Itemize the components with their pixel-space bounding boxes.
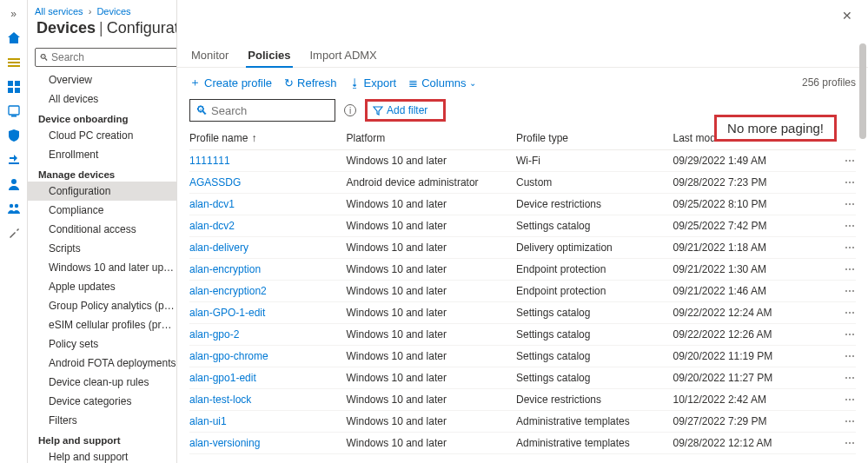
profile-link[interactable]: alan-encryption2	[189, 285, 346, 297]
row-more-icon[interactable]: ⋯	[830, 372, 856, 384]
profile-link[interactable]: alan-test-lock	[189, 394, 346, 406]
col-profile-name[interactable]: Profile name ↑	[189, 132, 346, 144]
main-content: ✕ MonitorPoliciesImport ADMX ＋ Create pr…	[177, 0, 868, 463]
row-more-icon[interactable]: ⋯	[830, 241, 856, 254]
sidebar-item[interactable]: Compliance	[28, 201, 176, 220]
table-row[interactable]: alan-versioningWindows 10 and laterAdmin…	[189, 433, 856, 454]
profile-link[interactable]: alan-dcv2	[189, 220, 346, 232]
table-row[interactable]: alan-test-lockWindows 10 and laterDevice…	[189, 389, 856, 411]
row-more-icon[interactable]: ⋯	[830, 394, 856, 406]
row-more-icon[interactable]: ⋯	[830, 437, 856, 449]
export-button[interactable]: ⭳ Export	[349, 76, 397, 89]
sidebar-item[interactable]: All devices	[28, 89, 176, 109]
sidebar-item[interactable]: Apple updates	[28, 277, 176, 296]
security-icon[interactable]	[5, 127, 23, 144]
table-row[interactable]: alan-deliveryWindows 10 and laterDeliver…	[189, 237, 856, 259]
sidebar-item[interactable]: Help and support	[28, 447, 176, 463]
dashboard-icon[interactable]	[5, 54, 23, 71]
profile-link[interactable]: 1111111	[189, 155, 346, 167]
sidebar-item[interactable]: Device categories	[28, 392, 176, 411]
crumb-current[interactable]: Devices	[96, 6, 130, 17]
profile-link[interactable]: alan-gpo-chrome	[189, 350, 346, 362]
profiles-search[interactable]: 🔍︎	[189, 99, 335, 122]
scrollbar[interactable]	[859, 43, 866, 454]
table-row[interactable]: alan-ui1Windows 10 and laterAdministrati…	[189, 411, 856, 433]
add-filter-button[interactable]: Add filter	[373, 104, 427, 116]
sidebar-item[interactable]: Windows 10 and later updates	[28, 258, 176, 277]
table-row[interactable]: alan-dcv2Windows 10 and laterSettings ca…	[189, 215, 856, 237]
col-profile-type[interactable]: Profile type	[516, 132, 673, 144]
row-more-icon[interactable]: ⋯	[830, 220, 856, 232]
cell-modified: 09/20/2022 11:27 PM	[673, 372, 830, 384]
home-icon[interactable]	[5, 30, 23, 47]
groups-icon[interactable]	[5, 200, 23, 217]
row-more-icon[interactable]: ⋯	[830, 198, 856, 210]
row-more-icon[interactable]: ⋯	[830, 263, 856, 275]
profile-link[interactable]: AGASSDG	[189, 176, 346, 189]
devices-icon[interactable]	[5, 103, 23, 120]
columns-button[interactable]: ≣ Columns ⌄	[408, 76, 476, 89]
svg-rect-9	[9, 162, 19, 164]
table-row[interactable]: alan-gpo1-editWindows 10 and laterSettin…	[189, 367, 856, 389]
profile-link[interactable]: alan-ui1	[189, 415, 346, 427]
profile-link[interactable]: alan-gpo1-edit	[189, 372, 346, 384]
row-more-icon[interactable]: ⋯	[830, 328, 856, 341]
cell-modified: 09/21/2022 1:46 AM	[673, 285, 830, 297]
sidebar-item[interactable]: Cloud PC creation	[28, 126, 176, 145]
info-icon[interactable]: i	[344, 104, 356, 116]
user-icon[interactable]	[5, 175, 23, 193]
close-icon[interactable]: ✕	[838, 5, 856, 26]
sidebar-item[interactable]: Filters	[28, 411, 176, 430]
profile-link[interactable]: alan-gpo-2	[189, 328, 346, 341]
sidebar-item[interactable]: Conditional access	[28, 220, 176, 239]
sidebar-item[interactable]: Configuration	[28, 182, 176, 201]
profile-link[interactable]: alan-delivery	[189, 241, 346, 254]
rail-expand-icon[interactable]: »	[5, 5, 23, 23]
side-search[interactable]: 🔍︎	[35, 48, 177, 67]
table-row[interactable]: alan-dcv1Windows 10 and laterDevice rest…	[189, 194, 856, 215]
row-more-icon[interactable]: ⋯	[830, 415, 856, 427]
tab[interactable]: Policies	[246, 45, 292, 67]
create-profile-button[interactable]: ＋ Create profile	[189, 75, 272, 90]
row-more-icon[interactable]: ⋯	[830, 285, 856, 297]
sidebar-item[interactable]: Device clean-up rules	[28, 373, 176, 392]
all-services-icon[interactable]	[5, 78, 23, 96]
table-row[interactable]: AGASSDGAndroid device administratorCusto…	[189, 172, 856, 194]
table-row[interactable]: 1111111Windows 10 and laterWi-Fi09/29/20…	[189, 150, 856, 172]
svg-point-12	[14, 204, 17, 208]
profile-link[interactable]: alan-GPO-1-edit	[189, 307, 346, 319]
table-row[interactable]: alan-GPO-1-editWindows 10 and laterSetti…	[189, 302, 856, 324]
table-row[interactable]: alan-encryption2Windows 10 and laterEndp…	[189, 281, 856, 302]
sidebar-item[interactable]: Group Policy analytics (preview)	[28, 296, 176, 315]
profile-link[interactable]: alan-dcv1	[189, 198, 346, 210]
row-more-icon[interactable]: ⋯	[830, 155, 856, 167]
profiles-search-input[interactable]	[211, 104, 329, 117]
sidebar-item[interactable]: Android FOTA deployments	[28, 354, 176, 373]
row-more-icon[interactable]: ⋯	[830, 350, 856, 362]
crumb-root[interactable]: All services	[35, 6, 83, 17]
cell-type: Endpoint protection	[516, 285, 673, 297]
row-more-icon[interactable]: ⋯	[830, 307, 856, 319]
cell-type: Administrative templates	[516, 437, 673, 449]
scrollbar-thumb[interactable]	[859, 43, 866, 139]
tools-icon[interactable]	[5, 224, 23, 241]
left-rail: »	[0, 0, 28, 463]
tab[interactable]: Monitor	[189, 45, 230, 67]
sidebar-item[interactable]: eSIM cellular profiles (preview)	[28, 315, 176, 334]
sidebar-item[interactable]: Scripts	[28, 239, 176, 258]
profile-link[interactable]: alan-encryption	[189, 263, 346, 275]
refresh-button[interactable]: ↻ Refresh	[284, 76, 337, 89]
profile-link[interactable]: alan-versioning	[189, 437, 346, 449]
col-platform[interactable]: Platform	[346, 132, 516, 144]
table-row[interactable]: alan-gpo-2Windows 10 and laterSettings c…	[189, 324, 856, 346]
sidebar-item[interactable]: Overview	[28, 70, 176, 89]
sidebar-item[interactable]: Enrollment	[28, 145, 176, 164]
apps-icon[interactable]	[5, 151, 23, 169]
table-row[interactable]: alan-encryptionWindows 10 and laterEndpo…	[189, 259, 856, 281]
row-more-icon[interactable]: ⋯	[830, 176, 856, 189]
side-search-input[interactable]	[51, 51, 177, 63]
sidebar-item[interactable]: Policy sets	[28, 334, 176, 354]
table-row[interactable]: alan-gpo-chromeWindows 10 and laterSetti…	[189, 346, 856, 367]
breadcrumb[interactable]: All services › Devices	[35, 6, 131, 17]
tab[interactable]: Import ADMX	[308, 45, 379, 67]
